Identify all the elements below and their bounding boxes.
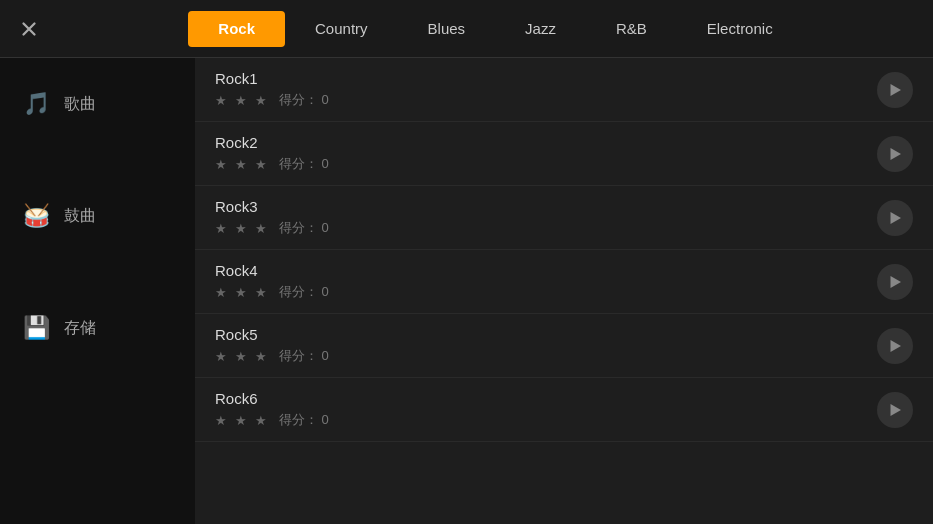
sidebar-storage-label: 存储 [64,318,96,339]
score-label: 得分： 0 [279,155,329,173]
tab-jazz[interactable]: Jazz [495,11,586,47]
table-row[interactable]: Rock4 ★★★ 得分： 0 [195,250,933,314]
star-icon: ★ [255,93,269,107]
header: Rock Country Blues Jazz R&B Electronic [0,0,933,58]
score-label: 得分： 0 [279,283,329,301]
svg-marker-5 [891,404,902,416]
drum-icon: 🥁 [20,200,52,232]
song-meta: ★★★ 得分： 0 [215,411,877,429]
song-title: Rock3 [215,198,877,215]
sidebar: 🎵 歌曲 🥁 鼓曲 💾 存储 [0,58,195,524]
svg-marker-2 [891,212,902,224]
star-icon: ★ [255,285,269,299]
star-icon: ★ [235,285,249,299]
tab-rnb[interactable]: R&B [586,11,677,47]
score-label: 得分： 0 [279,219,329,237]
table-row[interactable]: Rock2 ★★★ 得分： 0 [195,122,933,186]
music-icon: 🎵 [20,88,52,120]
song-meta: ★★★ 得分： 0 [215,91,877,109]
star-icon: ★ [215,221,229,235]
star-icon: ★ [255,349,269,363]
song-info: Rock1 ★★★ 得分： 0 [215,70,877,109]
sidebar-item-drums[interactable]: 🥁 鼓曲 [0,190,195,242]
star-icon: ★ [235,93,249,107]
star-icon: ★ [255,157,269,171]
play-button[interactable] [877,72,913,108]
song-info: Rock2 ★★★ 得分： 0 [215,134,877,173]
genre-tabs: Rock Country Blues Jazz R&B Electronic [58,0,933,57]
star-icon: ★ [215,157,229,171]
play-button[interactable] [877,200,913,236]
song-info: Rock6 ★★★ 得分： 0 [215,390,877,429]
song-info: Rock4 ★★★ 得分： 0 [215,262,877,301]
svg-marker-3 [891,276,902,288]
storage-icon: 💾 [20,312,52,344]
play-button[interactable] [877,264,913,300]
star-icon: ★ [235,221,249,235]
song-title: Rock2 [215,134,877,151]
play-button[interactable] [877,328,913,364]
song-meta: ★★★ 得分： 0 [215,155,877,173]
svg-marker-1 [891,148,902,160]
song-title: Rock4 [215,262,877,279]
sidebar-item-storage[interactable]: 💾 存储 [0,302,195,354]
main-content: 🎵 歌曲 🥁 鼓曲 💾 存储 Rock1 ★★★ 得分： 0 [0,58,933,524]
play-button[interactable] [877,392,913,428]
table-row[interactable]: Rock6 ★★★ 得分： 0 [195,378,933,442]
song-title: Rock1 [215,70,877,87]
song-meta: ★★★ 得分： 0 [215,283,877,301]
tab-blues[interactable]: Blues [398,11,496,47]
song-meta: ★★★ 得分： 0 [215,347,877,365]
song-title: Rock5 [215,326,877,343]
song-list: Rock1 ★★★ 得分： 0 Rock2 ★★★ 得分： 0 [195,58,933,524]
sidebar-item-songs[interactable]: 🎵 歌曲 [0,78,195,130]
star-icon: ★ [215,285,229,299]
star-icon: ★ [255,413,269,427]
svg-marker-0 [891,84,902,96]
svg-marker-4 [891,340,902,352]
star-icon: ★ [235,157,249,171]
song-info: Rock3 ★★★ 得分： 0 [215,198,877,237]
score-label: 得分： 0 [279,411,329,429]
table-row[interactable]: Rock3 ★★★ 得分： 0 [195,186,933,250]
tab-country[interactable]: Country [285,11,398,47]
sidebar-drums-label: 鼓曲 [64,206,96,227]
star-icon: ★ [235,349,249,363]
star-icon: ★ [215,93,229,107]
star-icon: ★ [255,221,269,235]
star-icon: ★ [235,413,249,427]
sidebar-songs-label: 歌曲 [64,94,96,115]
close-button[interactable] [0,0,58,58]
song-info: Rock5 ★★★ 得分： 0 [215,326,877,365]
table-row[interactable]: Rock1 ★★★ 得分： 0 [195,58,933,122]
star-icon: ★ [215,349,229,363]
play-button[interactable] [877,136,913,172]
table-row[interactable]: Rock5 ★★★ 得分： 0 [195,314,933,378]
tab-electronic[interactable]: Electronic [677,11,803,47]
star-icon: ★ [215,413,229,427]
song-title: Rock6 [215,390,877,407]
score-label: 得分： 0 [279,91,329,109]
tab-rock[interactable]: Rock [188,11,285,47]
score-label: 得分： 0 [279,347,329,365]
song-meta: ★★★ 得分： 0 [215,219,877,237]
